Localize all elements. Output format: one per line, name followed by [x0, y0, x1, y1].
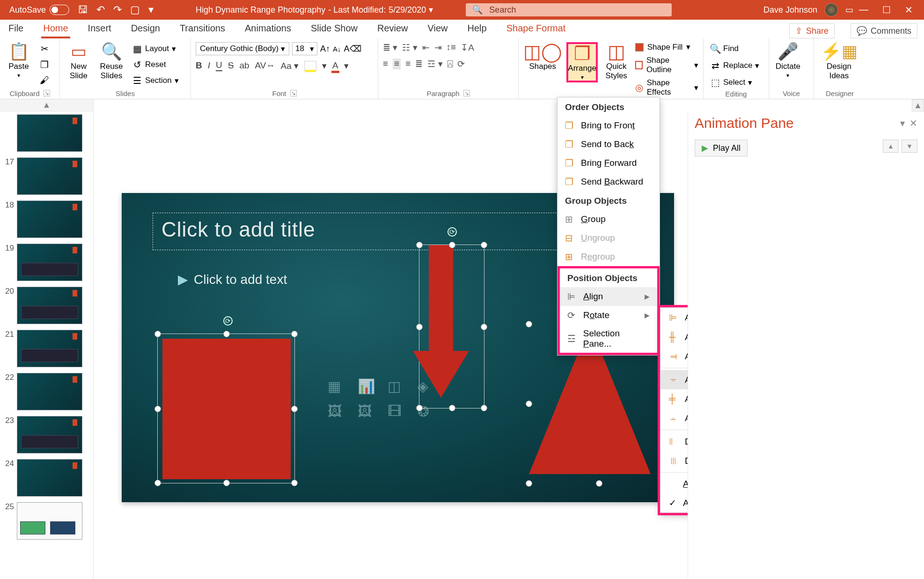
- rotate-handle[interactable]: ⟳: [223, 316, 233, 326]
- highlight-button[interactable]: [304, 61, 316, 70]
- layout-button[interactable]: ▦Layout ▾: [130, 42, 181, 55]
- thumb-23[interactable]: 23: [0, 413, 93, 456]
- save-icon[interactable]: 🖫: [78, 4, 88, 16]
- tab-shape-format[interactable]: Shape Format: [505, 20, 568, 38]
- font-launcher[interactable]: ↘: [290, 90, 297, 96]
- thumb-21[interactable]: 21: [0, 327, 93, 370]
- change-case-button[interactable]: Aa ▾: [281, 60, 299, 71]
- align-center-button[interactable]: ≡: [393, 59, 401, 69]
- rotate-handle[interactable]: ⟳: [447, 227, 457, 237]
- align-submenu[interactable]: ⊫Align▶: [560, 287, 657, 306]
- tab-file[interactable]: File: [7, 20, 25, 38]
- shapes-button[interactable]: ◫◯Shapes: [523, 42, 562, 71]
- thumb-20[interactable]: 20: [0, 284, 93, 327]
- shrink-font-icon[interactable]: A↓: [333, 45, 341, 53]
- minimize-icon[interactable]: —: [859, 4, 868, 15]
- thumb-19[interactable]: 19: [0, 241, 93, 284]
- comments-button[interactable]: 💬Comments: [851, 23, 917, 38]
- strike-button[interactable]: S: [228, 60, 234, 71]
- canvas-scroll-up[interactable]: ▲: [912, 99, 924, 111]
- smartart-icon[interactable]: ◫: [388, 378, 411, 397]
- arrow-selection[interactable]: ⟳: [419, 245, 484, 408]
- present-icon[interactable]: ▢: [130, 4, 140, 16]
- shape-effects-button[interactable]: ◎Shape Effects ▾: [635, 78, 698, 97]
- smartart-button[interactable]: ⟳: [457, 59, 465, 69]
- qat-more-icon[interactable]: ▾: [148, 4, 154, 16]
- text-direction-button[interactable]: ↧A: [461, 42, 474, 53]
- avatar[interactable]: [825, 3, 838, 16]
- undo-icon[interactable]: ↶: [96, 4, 105, 16]
- shape-fill-button[interactable]: Shape Fill ▾: [635, 42, 698, 52]
- grow-font-icon[interactable]: A↑: [320, 44, 330, 54]
- play-all-button[interactable]: ▶Play All: [695, 140, 748, 156]
- shape-outline-button[interactable]: Shape Outline ▾: [635, 56, 698, 74]
- send-to-back[interactable]: ❐Send to Back: [557, 135, 660, 154]
- font-color-button[interactable]: A: [332, 60, 338, 71]
- redo-icon[interactable]: ↷: [113, 4, 122, 16]
- rotate-submenu[interactable]: ⟳Rotate▶: [560, 306, 657, 325]
- tab-insert[interactable]: Insert: [86, 20, 113, 38]
- italic-button[interactable]: I: [208, 60, 210, 71]
- search-box[interactable]: 🔍 Search: [466, 3, 672, 16]
- selection-pane-item[interactable]: ☲Selection Pane...: [560, 325, 657, 353]
- find-button[interactable]: 🔍Find: [708, 42, 761, 55]
- tab-slideshow[interactable]: Slide Show: [309, 20, 359, 38]
- send-backward[interactable]: ❐Send Backward: [557, 172, 660, 191]
- shadow-button[interactable]: ab: [239, 60, 249, 71]
- font-family-select[interactable]: Century Gothic (Body)▾: [196, 42, 289, 55]
- tab-transitions[interactable]: Transitions: [178, 20, 227, 38]
- clipboard-launcher[interactable]: ↘: [44, 90, 50, 96]
- shape-rectangle[interactable]: [162, 339, 291, 479]
- new-slide-button[interactable]: ▭New Slide: [65, 42, 93, 81]
- align-right-button[interactable]: ≡: [405, 59, 411, 69]
- tab-home[interactable]: Home: [41, 20, 70, 38]
- font-size-select[interactable]: 18▾: [292, 42, 317, 55]
- justify-button[interactable]: ≣: [415, 59, 423, 69]
- video-icon[interactable]: 🎞: [388, 403, 411, 422]
- tab-animations[interactable]: Animations: [243, 20, 293, 38]
- bold-button[interactable]: B: [196, 60, 202, 71]
- pane-close-icon[interactable]: ✕: [909, 118, 917, 129]
- align-text-button[interactable]: ⍓: [447, 59, 453, 69]
- paste-button[interactable]: 📋Paste▾: [5, 42, 33, 79]
- arrange-button[interactable]: ❐Arrange▾: [566, 42, 597, 82]
- char-spacing-button[interactable]: AV↔: [255, 60, 275, 71]
- line-spacing-button[interactable]: ↕≡: [447, 42, 456, 53]
- thumb-22[interactable]: 22: [0, 370, 93, 413]
- online-pic-icon[interactable]: 🖼: [358, 403, 381, 422]
- reuse-slides-button[interactable]: 🔍Reuse Slides: [97, 42, 125, 81]
- indent-decrease-button[interactable]: ⇤: [422, 42, 430, 53]
- columns-button[interactable]: ☲ ▾: [427, 59, 442, 69]
- copy-button[interactable]: ❐: [37, 58, 51, 71]
- pane-options-icon[interactable]: ▾: [900, 118, 905, 129]
- thumbs-scroll-up[interactable]: ▲: [0, 99, 93, 111]
- quick-styles-button[interactable]: ◫Quick Styles: [602, 42, 631, 81]
- numbering-button[interactable]: ☷ ▾: [402, 42, 417, 53]
- slide-thumbnails[interactable]: ▲ 17 18 19 20 21 22 23 24 25: [0, 99, 94, 579]
- move-up-icon[interactable]: ▲: [883, 140, 899, 153]
- group-item[interactable]: ⊞Group: [557, 210, 660, 229]
- title-dropdown-icon[interactable]: ▾: [429, 5, 433, 15]
- chart-icon[interactable]: 📊: [358, 378, 381, 397]
- thumb-17[interactable]: 17: [0, 155, 93, 198]
- align-left-button[interactable]: ≡: [383, 59, 388, 69]
- format-painter-button[interactable]: 🖌: [37, 74, 51, 87]
- section-button[interactable]: ☰Section ▾: [130, 74, 181, 87]
- thumb-25[interactable]: 25: [0, 499, 93, 542]
- tab-review[interactable]: Review: [375, 20, 410, 38]
- thumb-16[interactable]: [0, 111, 93, 155]
- thumb-18[interactable]: 18: [0, 198, 93, 241]
- shape-arrow[interactable]: [419, 245, 462, 402]
- tab-view[interactable]: View: [426, 20, 450, 38]
- table-icon[interactable]: ▦: [328, 378, 351, 397]
- bring-forward[interactable]: ❐Bring Forward: [557, 154, 660, 172]
- autosave-toggle[interactable]: AutoSave: [9, 5, 69, 15]
- close-icon[interactable]: ✕: [905, 4, 913, 15]
- text-placeholder[interactable]: ▶Click to add text: [178, 272, 287, 287]
- bullets-button[interactable]: ≣ ▾: [383, 42, 397, 53]
- replace-button[interactable]: ⇄Replace ▾: [708, 59, 761, 72]
- tab-help[interactable]: Help: [466, 20, 489, 38]
- tab-design[interactable]: Design: [129, 20, 162, 38]
- square-selection[interactable]: ⟳: [157, 334, 295, 483]
- underline-button[interactable]: U: [216, 60, 222, 71]
